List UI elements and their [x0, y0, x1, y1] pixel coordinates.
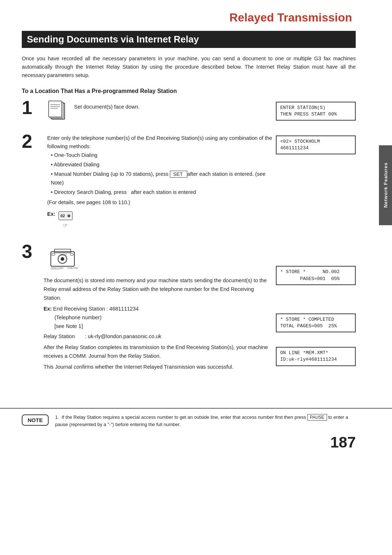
lcd-display-3: * STORE * NO.002 PAGES=001 05% [276, 266, 356, 285]
step-1-description: Set document(s) face down. [74, 100, 140, 110]
step-3-row: 3 DIRECTORY SEARCH FUNCTION [22, 244, 356, 371]
lcd-display-1: ENTER STATION(S) THEN PRESS START 00% [276, 102, 356, 121]
keycap-area: 02 ⊕ ☞ [58, 211, 73, 231]
svg-rect-10 [52, 254, 55, 255]
bullet-1: One-Touch Dialing [51, 151, 272, 160]
note-label: NOTE [22, 414, 49, 426]
note-section: NOTE 1. If the Relay Station requires a … [0, 408, 392, 434]
svg-text:FUNCTION: FUNCTION [68, 267, 78, 269]
sub-heading: To a Location That Has a Pre-programmed … [22, 88, 356, 94]
step-3-after-text: After the Relay Station completes its tr… [44, 343, 272, 361]
step-1-inner: Set document(s) face down. [47, 100, 140, 120]
step-1-row: 1 Set document(s) face down. [22, 100, 356, 127]
step-3-confirm-text: This Journal confirms whether the Intern… [44, 363, 272, 372]
svg-text:SEARCH: SEARCH [51, 269, 60, 270]
relay-station-value: : uk-rly@london.panasonic.co.uk [85, 333, 162, 339]
bullet-2: Abbreviated Dialing [51, 161, 272, 169]
step-2-content: 2 Enter only the telephone number(s) of … [22, 134, 272, 237]
finger-icon: ☞ [63, 221, 68, 230]
svg-rect-11 [70, 254, 73, 255]
intro-text: Once you have recorded all the necessary… [22, 54, 356, 80]
lcd-display-5: ON LINE *MEM.XMT* ID:uk-rly#4681111234 [276, 347, 356, 366]
page-title: Relayed Transmission [22, 11, 356, 24]
step-3-number: 3 [22, 242, 44, 270]
step-3-lcds: * STORE * NO.002 PAGES=001 05% * STORE *… [276, 244, 356, 371]
network-features-tab: Network Features [379, 145, 392, 225]
lcd-display-2: <02> STOCKHOLM 4681111234 [276, 135, 356, 154]
step-2-description: Enter only the telephone number(s) of th… [47, 134, 272, 151]
note-text: 1. If the Relay Station requires a speci… [55, 414, 356, 429]
step-1-content: 1 Set document(s) face down. [22, 100, 272, 127]
telephone-number: (Telephone number) [54, 313, 272, 322]
step-2-inner: Enter only the telephone number(s) of th… [47, 134, 272, 231]
ex-end-receiving-label: Ex: [44, 306, 53, 312]
step-3-ex: Ex: End Receiving Station : 4681111234 [44, 305, 272, 313]
step-3-description: The document(s) is stored into memory an… [44, 276, 272, 303]
bullet-3: Manual Number Dialing (up to 70 stations… [51, 170, 272, 187]
svg-text:START: START [60, 254, 67, 256]
keycap: 02 ⊕ [58, 211, 73, 220]
step-3-content: 3 DIRECTORY SEARCH FUNCTION [22, 244, 272, 371]
step-2-row: 2 Enter only the telephone number(s) of … [22, 134, 356, 237]
set-button: SET [170, 171, 187, 178]
svg-point-9 [61, 257, 64, 261]
sidebar-label: Network Features [383, 162, 388, 208]
step-1: 1 Set document(s) face down. [22, 100, 272, 120]
fax-machine-icon: DIRECTORY SEARCH FUNCTION START [47, 243, 78, 270]
step-2: 2 Enter only the telephone number(s) of … [22, 134, 272, 231]
svg-rect-7 [54, 249, 71, 253]
ex-area: Ex: 02 ⊕ ☞ [47, 210, 272, 231]
step-2-bullets: One-Touch Dialing Abbreviated Dialing Ma… [47, 151, 272, 197]
bullet-4: Directory Search Dialing, press after ea… [51, 188, 272, 197]
section-header: Sending Documents via Internet Relay [22, 31, 356, 48]
relay-station-label: Relay Station [44, 332, 83, 341]
step-2-number: 2 [22, 132, 44, 231]
step-3: 3 DIRECTORY SEARCH FUNCTION [22, 244, 272, 270]
see-note: [see Note 1] [54, 322, 272, 331]
document-icon [47, 100, 69, 120]
page-number: 187 [0, 434, 392, 455]
step-1-number: 1 [22, 98, 44, 120]
lcd-display-4: * STORE * COMPLETED TOTAL PAGES=005 25% [276, 313, 356, 332]
svg-rect-2 [49, 101, 62, 117]
step-2-lcd: <02> STOCKHOLM 4681111234 [276, 134, 356, 237]
ex-end-receiving-text: End Receiving Station : 4681111234 [53, 306, 139, 312]
pause-button: PAUSE [307, 414, 327, 421]
step-2-details: (For details, see pages 108 to 110.) [47, 198, 272, 207]
relay-station-line: Relay Station : uk-rly@london.panasonic.… [44, 332, 272, 341]
ex-label: Ex: [47, 210, 56, 219]
step-3-text: The document(s) is stored into memory an… [44, 276, 272, 371]
step-1-lcd: ENTER STATION(S) THEN PRESS START 00% [276, 100, 356, 127]
